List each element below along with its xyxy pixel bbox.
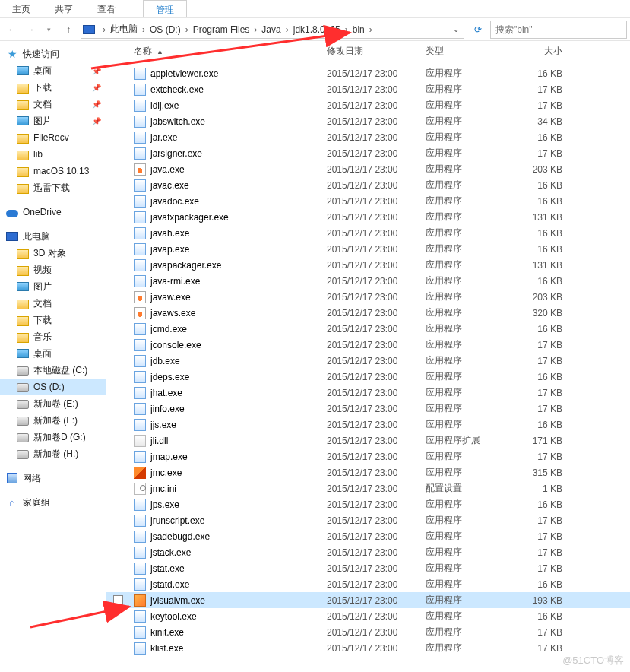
- breadcrumb-dropdown[interactable]: ⌄: [450, 25, 462, 33]
- sidebar-item[interactable]: lib: [0, 146, 106, 163]
- file-row[interactable]: jmc.ini2015/12/17 23:00配置设置1 KB: [106, 480, 630, 496]
- file-type: 应用程序: [426, 242, 509, 255]
- chevron-right-icon[interactable]: ›: [283, 24, 292, 35]
- sidebar-item[interactable]: 视频: [0, 262, 106, 278]
- sidebar-item[interactable]: 新加卷 (H:): [0, 445, 106, 462]
- crumb-item[interactable]: Program Files: [192, 24, 252, 35]
- chevron-right-icon[interactable]: ›: [366, 24, 375, 35]
- sidebar-onedrive[interactable]: OneDrive: [0, 204, 106, 220]
- forward-button[interactable]: →: [21, 21, 40, 39]
- file-row[interactable]: javapackager.exe2015/12/17 23:00应用程序131 …: [106, 257, 630, 273]
- file-row[interactable]: jabswitch.exe2015/12/17 23:00应用程序34 KB: [106, 113, 630, 129]
- search-box[interactable]: [490, 21, 627, 39]
- crumb-pc[interactable]: 此电脑: [109, 23, 139, 36]
- chevron-right-icon[interactable]: ›: [342, 24, 351, 35]
- sidebar-item[interactable]: 新加卷 (F:): [0, 412, 106, 429]
- sidebar-item[interactable]: 音乐: [0, 328, 106, 345]
- tab-home[interactable]: 主页: [0, 0, 43, 17]
- sidebar-item[interactable]: OS (D:): [0, 379, 106, 395]
- sidebar-item[interactable]: 图片: [0, 278, 106, 295]
- chevron-right-icon[interactable]: ›: [251, 24, 260, 35]
- crumb-item[interactable]: Java: [260, 24, 282, 35]
- file-row[interactable]: jhat.exe2015/12/17 23:00应用程序17 KB: [106, 385, 630, 401]
- file-row[interactable]: java-rmi.exe2015/12/17 23:00应用程序16 KB: [106, 273, 630, 289]
- sidebar-item[interactable]: 新加卷D (G:): [0, 429, 106, 445]
- column-name[interactable]: 名称▲: [129, 45, 327, 58]
- file-row[interactable]: jjs.exe2015/12/17 23:00应用程序16 KB: [106, 417, 630, 433]
- sidebar-item[interactable]: 文档📌: [0, 96, 106, 113]
- column-size[interactable]: 大小: [509, 45, 593, 58]
- sidebar-item[interactable]: 迅雷下载: [0, 179, 106, 196]
- file-row[interactable]: keytool.exe2015/12/17 23:00应用程序16 KB: [106, 608, 630, 624]
- refresh-button[interactable]: ⟳: [469, 21, 487, 39]
- file-row[interactable]: jstatd.exe2015/12/17 23:00应用程序16 KB: [106, 576, 630, 592]
- sidebar-item[interactable]: 桌面📌: [0, 62, 106, 79]
- sidebar-quick-access[interactable]: ★ 快速访问: [0, 46, 106, 62]
- img-icon: [17, 115, 29, 127]
- file-row[interactable]: kinit.exe2015/12/17 23:00应用程序17 KB: [106, 624, 630, 640]
- checkbox[interactable]: [113, 595, 123, 605]
- sidebar-item[interactable]: 下载📌: [0, 79, 106, 96]
- crumb-item[interactable]: OS (D:): [148, 24, 182, 35]
- file-type: 应用程序: [426, 290, 509, 303]
- crumb-item[interactable]: jdk1.8.0_65: [292, 24, 342, 35]
- sidebar-homegroup[interactable]: ⌂ 家庭组: [0, 494, 106, 511]
- file-type: 应用程序: [426, 354, 509, 367]
- file-row[interactable]: extcheck.exe2015/12/17 23:00应用程序17 KB: [106, 81, 630, 97]
- sidebar-item[interactable]: macOS 10.13: [0, 163, 106, 179]
- file-row[interactable]: javafxpackager.exe2015/12/17 23:00应用程序13…: [106, 209, 630, 225]
- chevron-right-icon[interactable]: ›: [139, 24, 148, 35]
- file-row[interactable]: javadoc.exe2015/12/17 23:00应用程序16 KB: [106, 193, 630, 209]
- up-button[interactable]: ↑: [59, 21, 78, 39]
- recent-dropdown[interactable]: ▾: [40, 21, 58, 39]
- sidebar-item[interactable]: 3D 对象: [0, 245, 106, 262]
- search-input[interactable]: [495, 24, 622, 35]
- file-row[interactable]: jdb.exe2015/12/17 23:00应用程序17 KB: [106, 353, 630, 369]
- file-row[interactable]: javac.exe2015/12/17 23:00应用程序16 KB: [106, 177, 630, 193]
- file-row[interactable]: javap.exe2015/12/17 23:00应用程序16 KB: [106, 241, 630, 257]
- tab-manage[interactable]: 管理: [143, 0, 187, 17]
- tab-share[interactable]: 共享: [43, 0, 85, 17]
- file-row[interactable]: jvisualvm.exe2015/12/17 23:00应用程序193 KB: [106, 592, 630, 608]
- file-row[interactable]: javaw.exe2015/12/17 23:00应用程序203 KB: [106, 289, 630, 305]
- file-row[interactable]: jconsole.exe2015/12/17 23:00应用程序17 KB: [106, 337, 630, 353]
- file-row[interactable]: jmap.exe2015/12/17 23:00应用程序17 KB: [106, 449, 630, 464]
- file-row[interactable]: jstack.exe2015/12/17 23:00应用程序17 KB: [106, 544, 630, 560]
- file-row[interactable]: idlj.exe2015/12/17 23:00应用程序17 KB: [106, 97, 630, 113]
- file-row[interactable]: jcmd.exe2015/12/17 23:00应用程序16 KB: [106, 321, 630, 337]
- sidebar-item[interactable]: 图片📌: [0, 113, 106, 129]
- crumb-item[interactable]: bin: [351, 24, 366, 35]
- file-row[interactable]: jli.dll2015/12/17 23:00应用程序扩展171 KB: [106, 433, 630, 449]
- file-row[interactable]: java.exe2015/12/17 23:00应用程序203 KB: [106, 161, 630, 177]
- file-row[interactable]: jsadebugd.exe2015/12/17 23:00应用程序17 KB: [106, 528, 630, 544]
- chevron-right-icon[interactable]: ›: [182, 24, 192, 35]
- sidebar-this-pc[interactable]: 此电脑: [0, 228, 106, 245]
- tab-view[interactable]: 查看: [85, 0, 128, 17]
- file-row[interactable]: klist.exe2015/12/17 23:00应用程序17 KB: [106, 640, 630, 656]
- file-row[interactable]: jdeps.exe2015/12/17 23:00应用程序16 KB: [106, 369, 630, 385]
- file-row[interactable]: javah.exe2015/12/17 23:00应用程序16 KB: [106, 225, 630, 241]
- sidebar-item[interactable]: FileRecv: [0, 129, 106, 146]
- file-row[interactable]: jrunscript.exe2015/12/17 23:00应用程序17 KB: [106, 512, 630, 528]
- file-row[interactable]: jarsigner.exe2015/12/17 23:00应用程序17 KB: [106, 145, 630, 161]
- back-button[interactable]: ←: [3, 21, 21, 39]
- file-row[interactable]: jstat.exe2015/12/17 23:00应用程序17 KB: [106, 560, 630, 576]
- sidebar-item[interactable]: 文档: [0, 295, 106, 312]
- file-row[interactable]: jmc.exe2015/12/17 23:00应用程序315 KB: [106, 464, 630, 480]
- chevron-right-icon[interactable]: ›: [100, 24, 109, 35]
- file-list[interactable]: appletviewer.exe2015/12/17 23:00应用程序16 K…: [106, 62, 630, 672]
- sidebar-item[interactable]: 本地磁盘 (C:): [0, 362, 106, 379]
- file-row[interactable]: jar.exe2015/12/17 23:00应用程序16 KB: [106, 129, 630, 145]
- column-type[interactable]: 类型: [426, 45, 509, 58]
- file-row[interactable]: javaws.exe2015/12/17 23:00应用程序320 KB: [106, 305, 630, 321]
- breadcrumb[interactable]: › 此电脑 › OS (D:)›Program Files›Java›jdk1.…: [81, 21, 464, 39]
- column-date[interactable]: 修改日期: [327, 45, 426, 58]
- sidebar-item[interactable]: 新加卷 (E:): [0, 395, 106, 412]
- file-row[interactable]: appletviewer.exe2015/12/17 23:00应用程序16 K…: [106, 65, 630, 81]
- sidebar-item[interactable]: 下载: [0, 312, 106, 328]
- file-row[interactable]: jinfo.exe2015/12/17 23:00应用程序17 KB: [106, 401, 630, 417]
- sidebar-item[interactable]: 桌面: [0, 345, 106, 362]
- file-row[interactable]: jps.exe2015/12/17 23:00应用程序16 KB: [106, 496, 630, 512]
- sidebar-network[interactable]: 网络: [0, 470, 106, 487]
- file-icon: [134, 499, 146, 511]
